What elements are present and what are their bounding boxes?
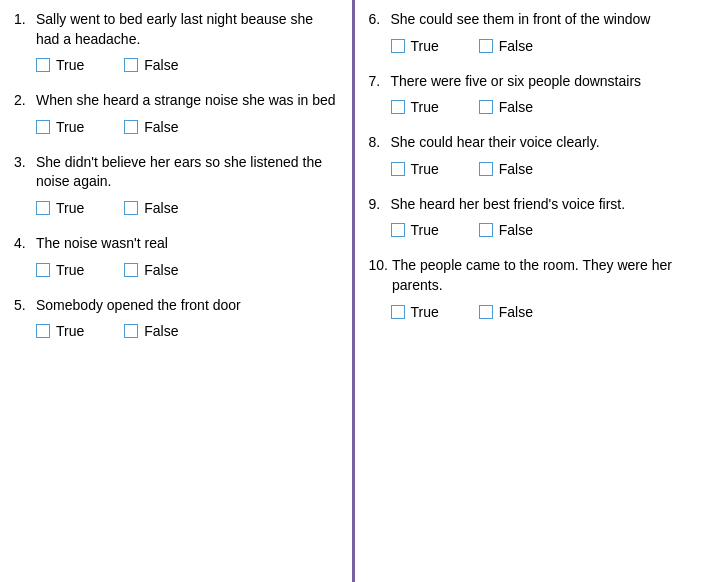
question-number-left-5: 5. bbox=[14, 296, 32, 316]
false-checkbox-left-4[interactable] bbox=[124, 263, 138, 277]
options-right-1: TrueFalse bbox=[369, 38, 693, 54]
false-option-left-1[interactable]: False bbox=[124, 57, 178, 73]
question-number-right-4: 9. bbox=[369, 195, 387, 215]
question-block-right-2: 7.There were five or six people downstai… bbox=[369, 72, 693, 116]
question-text-right-1: 6.She could see them in front of the win… bbox=[369, 10, 693, 30]
question-number-right-2: 7. bbox=[369, 72, 387, 92]
options-right-4: TrueFalse bbox=[369, 222, 693, 238]
question-number-left-1: 1. bbox=[14, 10, 32, 49]
question-block-right-5: 10.The people came to the room. They wer… bbox=[369, 256, 693, 319]
question-body-left-3: She didn't believe her ears so she liste… bbox=[36, 153, 338, 192]
true-option-left-1[interactable]: True bbox=[36, 57, 84, 73]
false-checkbox-right-2[interactable] bbox=[479, 100, 493, 114]
false-checkbox-right-1[interactable] bbox=[479, 39, 493, 53]
question-number-right-3: 8. bbox=[369, 133, 387, 153]
true-checkbox-right-2[interactable] bbox=[391, 100, 405, 114]
main-container: 1.Sally went to bed early last night bea… bbox=[0, 0, 706, 582]
false-option-left-5[interactable]: False bbox=[124, 323, 178, 339]
options-left-4: TrueFalse bbox=[14, 262, 338, 278]
false-checkbox-right-5[interactable] bbox=[479, 305, 493, 319]
true-checkbox-left-1[interactable] bbox=[36, 58, 50, 72]
question-body-right-4: She heard her best friend's voice first. bbox=[391, 195, 693, 215]
question-text-left-3: 3.She didn't believe her ears so she lis… bbox=[14, 153, 338, 192]
false-option-right-1[interactable]: False bbox=[479, 38, 533, 54]
true-checkbox-right-4[interactable] bbox=[391, 223, 405, 237]
false-label-left-1: False bbox=[144, 57, 178, 73]
question-text-left-2: 2.When she heard a strange noise she was… bbox=[14, 91, 338, 111]
false-label-right-3: False bbox=[499, 161, 533, 177]
question-body-right-3: She could hear their voice clearly. bbox=[391, 133, 693, 153]
question-block-left-3: 3.She didn't believe her ears so she lis… bbox=[14, 153, 338, 216]
question-number-left-4: 4. bbox=[14, 234, 32, 254]
question-number-left-2: 2. bbox=[14, 91, 32, 111]
false-option-right-4[interactable]: False bbox=[479, 222, 533, 238]
false-label-left-4: False bbox=[144, 262, 178, 278]
true-option-right-4[interactable]: True bbox=[391, 222, 439, 238]
true-option-right-1[interactable]: True bbox=[391, 38, 439, 54]
question-body-left-4: The noise wasn't real bbox=[36, 234, 338, 254]
false-checkbox-left-1[interactable] bbox=[124, 58, 138, 72]
false-option-right-5[interactable]: False bbox=[479, 304, 533, 320]
options-left-3: TrueFalse bbox=[14, 200, 338, 216]
question-number-right-5: 10. bbox=[369, 256, 388, 295]
question-text-left-5: 5.Somebody opened the front door bbox=[14, 296, 338, 316]
question-number-right-1: 6. bbox=[369, 10, 387, 30]
question-text-left-1: 1.Sally went to bed early last night bea… bbox=[14, 10, 338, 49]
question-number-left-3: 3. bbox=[14, 153, 32, 192]
question-text-right-5: 10.The people came to the room. They wer… bbox=[369, 256, 693, 295]
true-checkbox-left-2[interactable] bbox=[36, 120, 50, 134]
question-block-right-3: 8.She could hear their voice clearly.Tru… bbox=[369, 133, 693, 177]
question-body-left-1: Sally went to bed early last night beaus… bbox=[36, 10, 338, 49]
right-column: 6.She could see them in front of the win… bbox=[355, 0, 707, 582]
options-left-2: TrueFalse bbox=[14, 119, 338, 135]
false-option-left-3[interactable]: False bbox=[124, 200, 178, 216]
options-right-5: TrueFalse bbox=[369, 304, 693, 320]
true-checkbox-left-4[interactable] bbox=[36, 263, 50, 277]
true-option-left-5[interactable]: True bbox=[36, 323, 84, 339]
true-label-right-1: True bbox=[411, 38, 439, 54]
true-label-left-4: True bbox=[56, 262, 84, 278]
question-block-left-4: 4.The noise wasn't realTrueFalse bbox=[14, 234, 338, 278]
true-option-right-5[interactable]: True bbox=[391, 304, 439, 320]
true-label-right-4: True bbox=[411, 222, 439, 238]
true-option-left-3[interactable]: True bbox=[36, 200, 84, 216]
true-checkbox-right-5[interactable] bbox=[391, 305, 405, 319]
false-label-right-5: False bbox=[499, 304, 533, 320]
false-checkbox-left-2[interactable] bbox=[124, 120, 138, 134]
true-label-left-2: True bbox=[56, 119, 84, 135]
true-label-left-3: True bbox=[56, 200, 84, 216]
true-option-right-3[interactable]: True bbox=[391, 161, 439, 177]
true-checkbox-right-3[interactable] bbox=[391, 162, 405, 176]
question-text-right-4: 9.She heard her best friend's voice firs… bbox=[369, 195, 693, 215]
true-label-left-1: True bbox=[56, 57, 84, 73]
question-block-right-4: 9.She heard her best friend's voice firs… bbox=[369, 195, 693, 239]
options-left-1: TrueFalse bbox=[14, 57, 338, 73]
true-checkbox-left-3[interactable] bbox=[36, 201, 50, 215]
true-label-left-5: True bbox=[56, 323, 84, 339]
question-body-right-2: There were five or six people downstairs bbox=[391, 72, 693, 92]
options-left-5: TrueFalse bbox=[14, 323, 338, 339]
true-option-left-2[interactable]: True bbox=[36, 119, 84, 135]
true-option-right-2[interactable]: True bbox=[391, 99, 439, 115]
true-checkbox-right-1[interactable] bbox=[391, 39, 405, 53]
true-label-right-2: True bbox=[411, 99, 439, 115]
false-checkbox-left-3[interactable] bbox=[124, 201, 138, 215]
false-checkbox-right-3[interactable] bbox=[479, 162, 493, 176]
false-checkbox-left-5[interactable] bbox=[124, 324, 138, 338]
question-block-left-5: 5.Somebody opened the front doorTrueFals… bbox=[14, 296, 338, 340]
false-option-left-2[interactable]: False bbox=[124, 119, 178, 135]
question-text-left-4: 4.The noise wasn't real bbox=[14, 234, 338, 254]
false-checkbox-right-4[interactable] bbox=[479, 223, 493, 237]
false-option-left-4[interactable]: False bbox=[124, 262, 178, 278]
false-label-right-1: False bbox=[499, 38, 533, 54]
false-option-right-3[interactable]: False bbox=[479, 161, 533, 177]
false-label-right-4: False bbox=[499, 222, 533, 238]
true-label-right-3: True bbox=[411, 161, 439, 177]
question-body-right-5: The people came to the room. They were h… bbox=[392, 256, 692, 295]
false-option-right-2[interactable]: False bbox=[479, 99, 533, 115]
true-checkbox-left-5[interactable] bbox=[36, 324, 50, 338]
options-right-2: TrueFalse bbox=[369, 99, 693, 115]
options-right-3: TrueFalse bbox=[369, 161, 693, 177]
true-option-left-4[interactable]: True bbox=[36, 262, 84, 278]
question-body-left-5: Somebody opened the front door bbox=[36, 296, 338, 316]
